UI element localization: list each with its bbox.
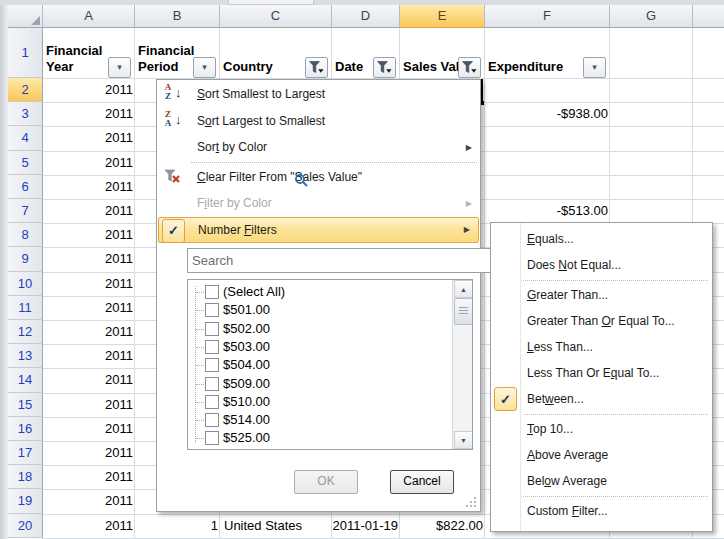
cell-e20[interactable]: $822.00 (400, 514, 487, 537)
cell-a7[interactable]: 2011 (43, 199, 137, 222)
cell-a16[interactable]: 2011 (43, 417, 137, 440)
select-all-corner[interactable] (8, 5, 43, 28)
column-header-a[interactable]: A (43, 5, 135, 28)
header-cell-e[interactable]: Sales Value (400, 28, 484, 78)
header-cell-a[interactable]: Financial Year▾ (43, 28, 134, 78)
cell-f7[interactable]: -$513.00 (485, 199, 612, 222)
filter-value-item-51000[interactable]: $510.00 (188, 393, 443, 411)
menu-item-top-10[interactable]: Top 10... (491, 416, 712, 442)
filter-value-item-50100[interactable]: $501.00 (188, 301, 443, 319)
menu-item-custom-filter[interactable]: Custom Filter... (491, 498, 712, 524)
cell-c20[interactable]: United States (220, 514, 334, 537)
checkbox[interactable] (205, 431, 219, 445)
row-header-10[interactable]: 10 (8, 272, 43, 296)
cell-a3[interactable]: 2011 (43, 102, 137, 125)
checkbox[interactable] (205, 358, 219, 372)
cell-a8[interactable]: 2011 (43, 223, 137, 246)
cell-a18[interactable]: 2011 (43, 465, 137, 488)
filter-dropdown-button[interactable]: ▾ (108, 57, 131, 78)
row-header-18[interactable]: 18 (8, 465, 43, 489)
scroll-up-icon[interactable]: ▲ (454, 280, 473, 298)
cell-a14[interactable]: 2011 (43, 368, 137, 391)
menu-item-greater-than-or-equal-to[interactable]: Greater Than Or Equal To... (491, 308, 712, 334)
list-scrollbar[interactable]: ▲ ▼ (452, 280, 472, 449)
cell-a13[interactable]: 2011 (43, 344, 137, 367)
header-cell-b[interactable]: Financial Period▾ (135, 28, 219, 78)
row-header-1[interactable]: 1 (8, 28, 43, 78)
checkbox[interactable] (205, 340, 219, 354)
row-header-17[interactable]: 17 (8, 441, 43, 465)
cell-a5[interactable]: 2011 (43, 151, 137, 174)
menu-item-filter-by-color[interactable]: Filter by Color▶ (157, 190, 480, 217)
filter-funnel-button[interactable] (458, 57, 481, 78)
menu-item-number-filters[interactable]: ✓Number Filters▶ (158, 217, 479, 244)
cancel-button[interactable]: Cancel (390, 470, 454, 494)
search-input[interactable] (187, 248, 493, 273)
filter-value-item-50200[interactable]: $502.00 (188, 320, 443, 338)
checkbox[interactable] (205, 377, 219, 391)
row-header-5[interactable]: 5 (8, 151, 43, 175)
column-header-b[interactable]: B (135, 5, 220, 28)
row-header-7[interactable]: 7 (8, 199, 43, 223)
cell-d20[interactable]: 2011-01-19 (332, 514, 402, 537)
ok-button[interactable]: OK (294, 470, 358, 494)
filter-funnel-button[interactable] (305, 57, 328, 78)
checkbox[interactable] (205, 285, 219, 299)
menu-item-equals[interactable]: Equals... (491, 226, 712, 252)
menu-item-sort-smallest-to-largest[interactable]: AZ↓Sort Smallest to Largest (157, 81, 480, 108)
menu-item-less-than-or-equal-to[interactable]: Less Than Or Equal To... (491, 360, 712, 386)
cell-b20[interactable]: 1 (135, 514, 222, 537)
checkbox[interactable] (205, 322, 219, 336)
menu-item-greater-than[interactable]: Greater Than... (491, 282, 712, 308)
resize-grip-icon[interactable] (465, 496, 477, 508)
column-header-f[interactable]: F (485, 5, 610, 28)
cell-a9[interactable]: 2011 (43, 247, 137, 270)
row-header-4[interactable]: 4 (8, 126, 43, 150)
cell-a12[interactable]: 2011 (43, 320, 137, 343)
filter-value-item-51400[interactable]: $514.00 (188, 411, 443, 429)
filter-value-item-52500[interactable]: $525.00 (188, 429, 443, 447)
filter-dropdown-button[interactable]: ▾ (583, 57, 606, 78)
filter-value-item-50900[interactable]: $509.00 (188, 375, 443, 393)
filter-funnel-button[interactable] (373, 57, 396, 78)
menu-item-between[interactable]: ✓Between... (491, 386, 712, 412)
checkbox[interactable] (205, 395, 219, 409)
cell-a17[interactable]: 2011 (43, 441, 137, 464)
row-header-9[interactable]: 9 (8, 247, 43, 271)
column-header-d[interactable]: D (332, 5, 400, 28)
menu-item-clear-filter-from-sales-value[interactable]: Clear Filter From "Sales Value" (157, 164, 480, 191)
header-cell-c[interactable]: Country (220, 28, 331, 78)
filter-dropdown-button[interactable]: ▾ (193, 57, 216, 78)
column-header-c[interactable]: C (220, 5, 332, 28)
row-header-11[interactable]: 11 (8, 296, 43, 320)
menu-item-does-not-equal[interactable]: Does Not Equal... (491, 252, 712, 278)
header-cell-d[interactable]: Date (332, 28, 399, 78)
cell-a10[interactable]: 2011 (43, 272, 137, 295)
cell-a15[interactable]: 2011 (43, 393, 137, 416)
cell-a4[interactable]: 2011 (43, 126, 137, 149)
column-header-partial[interactable] (693, 5, 724, 28)
menu-item-less-than[interactable]: Less Than... (491, 334, 712, 360)
header-cell-f[interactable]: Expenditure▾ (485, 28, 609, 78)
cell-a2[interactable]: 2011 (43, 78, 137, 101)
row-header-2[interactable]: 2 (8, 78, 43, 102)
row-header-20[interactable]: 20 (8, 514, 43, 538)
row-header-3[interactable]: 3 (8, 102, 43, 126)
filter-value-item-50300[interactable]: $503.00 (188, 338, 443, 356)
row-header-6[interactable]: 6 (8, 175, 43, 199)
menu-item-sort-by-color[interactable]: Sort by Color▶ (157, 134, 480, 161)
cell-a11[interactable]: 2011 (43, 296, 137, 319)
column-header-e[interactable]: E (400, 5, 485, 28)
row-header-14[interactable]: 14 (8, 368, 43, 392)
checkbox[interactable] (205, 413, 219, 427)
checkbox[interactable] (205, 303, 219, 317)
filter-value-item-50400[interactable]: $504.00 (188, 356, 443, 374)
cell-f3[interactable]: -$938.00 (485, 102, 612, 125)
column-header-g[interactable]: G (610, 5, 693, 28)
filter-value-item-cropped[interactable] (188, 448, 443, 450)
row-header-16[interactable]: 16 (8, 417, 43, 441)
menu-item-above-average[interactable]: Above Average (491, 442, 712, 468)
row-header-19[interactable]: 19 (8, 489, 43, 513)
scroll-down-icon[interactable]: ▼ (454, 431, 473, 449)
cell-a20[interactable]: 2011 (43, 514, 137, 537)
